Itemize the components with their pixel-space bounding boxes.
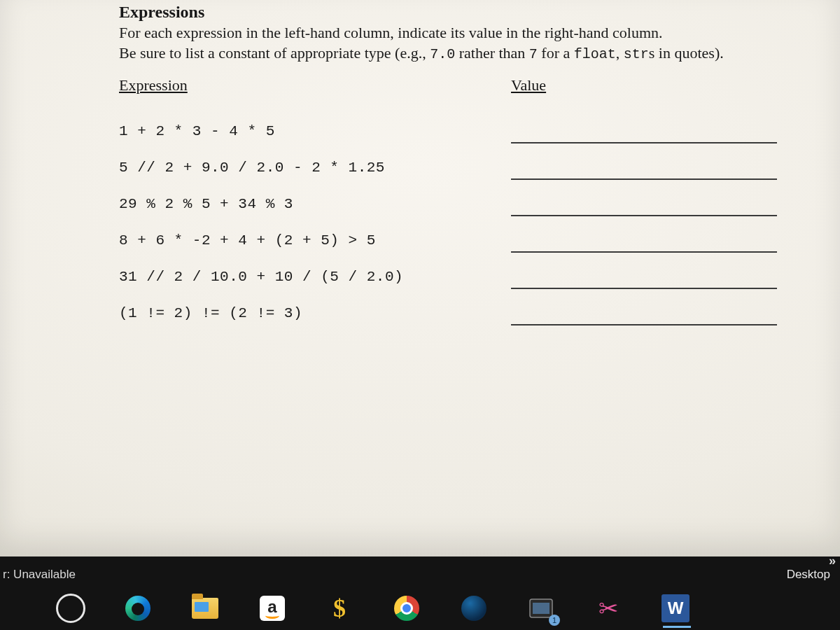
instr-line2e: for a bbox=[538, 44, 574, 62]
instr-code-7: 7 bbox=[529, 46, 538, 62]
instr-line1: For each expression in the left-hand col… bbox=[119, 24, 663, 41]
document-page: Expressions For each expression in the l… bbox=[0, 0, 840, 556]
word-app-icon[interactable]: W bbox=[661, 594, 690, 623]
instructions-text: For each expression in the left-hand col… bbox=[119, 23, 798, 64]
expression-3: 29 % 2 % 5 + 34 % 3 bbox=[119, 196, 511, 216]
taskbar-icons: a $ 1 ✂ W bbox=[56, 594, 690, 623]
show-desktop-label[interactable]: Desktop bbox=[787, 568, 830, 582]
table-row: (1 != 2) != (2 != 3) bbox=[119, 289, 798, 326]
instr-line2a: Be sure to list a constant of appropriat… bbox=[119, 44, 430, 62]
table-row: 8 + 6 * -2 + 4 + (2 + 5) > 5 bbox=[119, 216, 798, 253]
instr-line2c: rather than bbox=[455, 44, 529, 62]
runelite-icon[interactable]: $ bbox=[325, 594, 354, 623]
file-explorer-icon[interactable] bbox=[190, 594, 220, 623]
column-headers: Expression Value bbox=[119, 76, 798, 94]
expression-rows: 1 + 2 * 3 - 4 * 5 5 // 2 + 9.0 / 2.0 - 2… bbox=[119, 107, 798, 326]
expression-2: 5 // 2 + 9.0 / 2.0 - 2 * 1.25 bbox=[119, 160, 511, 180]
expression-6: (1 != 2) != (2 != 3) bbox=[119, 305, 511, 326]
instr-code-float: float bbox=[574, 46, 616, 62]
steam-icon[interactable] bbox=[459, 594, 489, 623]
table-row: 5 // 2 + 9.0 / 2.0 - 2 * 1.25 bbox=[119, 144, 798, 180]
word-w: W bbox=[668, 598, 684, 617]
amazon-icon[interactable]: a bbox=[258, 594, 287, 623]
instr-line2g: , bbox=[616, 44, 624, 62]
header-expression: Expression bbox=[119, 76, 511, 94]
instr-code-7-0: 7.0 bbox=[430, 46, 455, 62]
expression-5: 31 // 2 / 10.0 + 10 / (5 / 2.0) bbox=[119, 269, 511, 289]
instr-code-str: str bbox=[624, 46, 649, 62]
svg-rect-1 bbox=[533, 603, 550, 614]
answer-blank-6[interactable] bbox=[511, 303, 777, 326]
answer-blank-4[interactable] bbox=[511, 230, 777, 253]
windows-taskbar: r: Unavailable a $ 1 ✂ W » Desktop bbox=[0, 556, 840, 630]
table-row: 31 // 2 / 10.0 + 10 / (5 / 2.0) bbox=[119, 253, 798, 289]
chrome-browser-icon[interactable] bbox=[392, 594, 421, 623]
table-row: 29 % 2 % 5 + 34 % 3 bbox=[119, 180, 798, 216]
snipping-tool-icon[interactable]: ✂ bbox=[594, 594, 623, 623]
app-with-badge-icon[interactable]: 1 bbox=[526, 594, 556, 623]
content-area: Expressions For each expression in the l… bbox=[119, 3, 798, 326]
edge-browser-icon[interactable] bbox=[123, 594, 153, 623]
overflow-chevron-icon[interactable]: » bbox=[829, 554, 836, 568]
status-unavailable: r: Unavailable bbox=[3, 568, 76, 582]
expression-1: 1 + 2 * 3 - 4 * 5 bbox=[119, 123, 511, 144]
notification-badge: 1 bbox=[549, 615, 560, 626]
answer-blank-3[interactable] bbox=[511, 194, 777, 216]
answer-blank-5[interactable] bbox=[511, 267, 777, 289]
active-app-underline bbox=[663, 626, 691, 628]
instr-line2i: s in quotes). bbox=[649, 44, 724, 62]
section-title: Expressions bbox=[119, 3, 798, 22]
screen: Expressions For each expression in the l… bbox=[0, 0, 840, 630]
expression-4: 8 + 6 * -2 + 4 + (2 + 5) > 5 bbox=[119, 232, 511, 253]
answer-blank-1[interactable] bbox=[511, 121, 777, 144]
answer-blank-2[interactable] bbox=[511, 158, 777, 180]
header-value: Value bbox=[511, 76, 546, 94]
table-row: 1 + 2 * 3 - 4 * 5 bbox=[119, 107, 798, 144]
cortana-icon[interactable] bbox=[56, 594, 85, 623]
